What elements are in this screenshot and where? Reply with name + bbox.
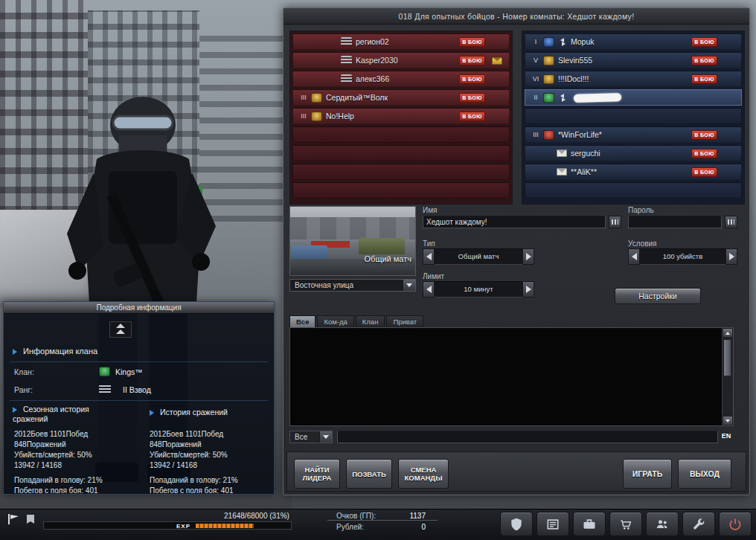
- exp-label: EXP: [176, 523, 190, 530]
- stat-line: Убийств/смертей: 50%: [14, 451, 142, 459]
- dock: [500, 512, 752, 536]
- password-label: Пароль: [628, 206, 654, 214]
- season-history-header: Сезонная история сражений: [13, 405, 124, 424]
- clan-value: Kings™: [115, 367, 143, 376]
- limit-spinner: 10 минут: [423, 281, 534, 298]
- player-row[interactable]: serguchi В БОЮ: [525, 145, 742, 161]
- clan-emblem-icon: [99, 367, 110, 376]
- room-name-label: Имя: [423, 206, 437, 214]
- player-row[interactable]: III Сердитый™Волк В БОЮ: [292, 89, 510, 106]
- settings-dock-button[interactable]: [682, 512, 715, 536]
- status-badge: В БОЮ: [459, 74, 485, 84]
- tab-clan[interactable]: Клан: [356, 315, 385, 327]
- map-select-value: Восточная улица: [290, 281, 403, 289]
- player-row[interactable]: VI !!!IDocl!!! В БОЮ: [525, 71, 742, 87]
- player-name: *WinForLife*: [558, 130, 602, 139]
- conditions-spinner: 100 убийств: [628, 248, 737, 265]
- chevron-left-icon: [426, 253, 432, 260]
- prev-arrow-button[interactable]: [423, 281, 435, 298]
- battle-stats-column: 2012Боев 1101Побед 848Поражений Убийств/…: [150, 430, 278, 497]
- room-name-input[interactable]: [423, 216, 606, 228]
- tab-private[interactable]: Приват: [386, 315, 423, 327]
- conditions-label: Условия: [628, 240, 657, 248]
- wrench-icon: [691, 517, 706, 532]
- envelope-icon: [557, 168, 567, 176]
- chat-channel-value: Все: [290, 431, 319, 443]
- chat-channel-select[interactable]: Все: [289, 431, 333, 443]
- keyboard-icon-button[interactable]: [725, 216, 737, 228]
- rank-insignia-icon: [341, 56, 352, 65]
- power-button[interactable]: [719, 512, 752, 536]
- player-row[interactable]: **AliK** В БОЮ: [525, 164, 742, 180]
- points-value: 1137: [387, 512, 426, 520]
- settings-button[interactable]: Настройки: [615, 288, 701, 304]
- player-rank: III: [296, 112, 311, 120]
- password-input[interactable]: [628, 216, 722, 228]
- player-row-selected[interactable]: II: [525, 89, 742, 106]
- find-leader-button[interactable]: НАЙТИ ЛИДЕРА: [294, 459, 340, 489]
- chat-message-input[interactable]: [337, 431, 718, 443]
- stat-line: 848Поражений: [14, 440, 142, 449]
- screen: 018 Для опытных бойцов - Номер комнаты: …: [0, 0, 756, 540]
- empty-slot: [292, 164, 510, 180]
- obscured-name: [574, 93, 621, 103]
- next-arrow-button[interactable]: [522, 281, 534, 298]
- player-row[interactable]: Kasper2030 В БОЮ: [292, 52, 510, 68]
- next-arrow-button[interactable]: [522, 248, 534, 265]
- community-icon: [655, 517, 670, 532]
- stat-line: Побегов с поля боя: 401: [14, 486, 142, 495]
- play-button[interactable]: ИГРАТЬ: [623, 459, 672, 489]
- empty-slot: [292, 182, 510, 199]
- clan-shield-icon: [509, 517, 524, 532]
- tab-all[interactable]: Все: [289, 315, 315, 327]
- map-dropdown-button[interactable]: [403, 280, 415, 291]
- news-button[interactable]: [536, 512, 569, 536]
- inventory-button[interactable]: [573, 512, 606, 536]
- rank-insignia-icon: [341, 37, 352, 46]
- player-row[interactable]: алекс366 В БОЮ: [292, 71, 510, 87]
- rank-insignia-icon: [109, 321, 132, 338]
- prev-arrow-button[interactable]: [423, 248, 435, 265]
- chat-scrollbar[interactable]: [722, 328, 733, 425]
- player-row[interactable]: III No!Help В БОЮ: [292, 108, 510, 124]
- scroll-up-button[interactable]: [723, 328, 733, 338]
- map-preview-stall: [359, 238, 405, 254]
- empty-slot: [292, 126, 510, 143]
- chevron-right-icon: [729, 253, 734, 260]
- mail-icon[interactable]: [492, 57, 502, 65]
- chevron-left-icon: [632, 253, 637, 260]
- status-badge: В БОЮ: [459, 112, 485, 121]
- player-row[interactable]: I Mopuk В БОЮ: [525, 33, 742, 50]
- player-row[interactable]: III *WinForLife* В БОЮ: [525, 126, 742, 143]
- chat-messages[interactable]: [289, 327, 734, 426]
- rubles-value: 0: [387, 523, 426, 531]
- scroll-down-button[interactable]: [723, 416, 733, 425]
- change-team-button[interactable]: СМЕНА КОМАНДЫ: [398, 459, 449, 489]
- player-info-panel: Подробная информация Информация клана Кл…: [3, 301, 275, 495]
- rank-label: Ранг:: [14, 385, 33, 394]
- invite-button[interactable]: ПОЗВАТЬ: [346, 459, 392, 489]
- tab-team[interactable]: Ком-да: [317, 315, 353, 327]
- chevron-up-icon: [725, 332, 730, 335]
- type-label: Тип: [423, 240, 435, 248]
- player-row[interactable]: регион02 В БОЮ: [292, 33, 510, 50]
- exit-button[interactable]: ВЫХОД: [678, 459, 731, 489]
- prev-arrow-button[interactable]: [628, 248, 640, 265]
- exp-progress-text: 21648/68000 (31%): [186, 512, 327, 520]
- map-select[interactable]: Восточная улица: [289, 279, 416, 292]
- shop-button[interactable]: [609, 512, 642, 536]
- channel-dropdown-button[interactable]: [319, 431, 332, 443]
- community-button[interactable]: [646, 512, 679, 536]
- info-panel-title: Подробная информация: [4, 302, 274, 314]
- clan-button[interactable]: [500, 512, 533, 536]
- scrollbar-thumb[interactable]: [723, 339, 731, 376]
- keyboard-icon-button[interactable]: [609, 216, 621, 228]
- player-row[interactable]: V Slevin555 В БОЮ: [525, 52, 742, 68]
- map-preview[interactable]: Общий матч: [289, 206, 416, 276]
- envelope-icon: [557, 150, 567, 157]
- next-arrow-button[interactable]: [725, 248, 737, 265]
- chevron-left-icon: [426, 286, 432, 293]
- player-name: **AliK**: [571, 167, 597, 176]
- player-name: алекс366: [356, 74, 389, 83]
- stat-line: 2012Боев 1101Побед: [14, 430, 142, 438]
